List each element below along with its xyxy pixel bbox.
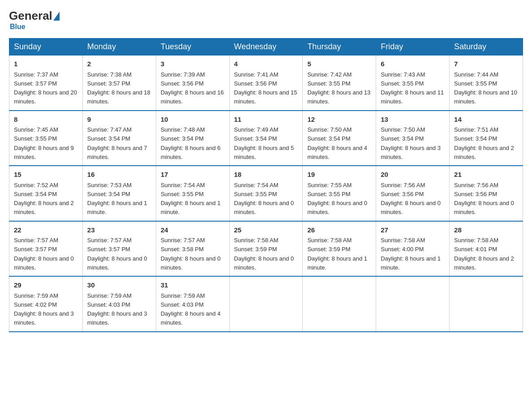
calendar-cell: 26 Sunrise: 7:58 AM Sunset: 3:59 PM Dayl… bbox=[303, 221, 376, 277]
day-sunrise: Sunrise: 7:48 AM bbox=[161, 126, 205, 133]
calendar-week-row: 22 Sunrise: 7:57 AM Sunset: 3:57 PM Dayl… bbox=[9, 221, 523, 277]
day-sunset: Sunset: 3:59 PM bbox=[307, 246, 350, 253]
day-sunrise: Sunrise: 7:49 AM bbox=[234, 126, 279, 133]
page-header: General Blue bbox=[9, 9, 523, 31]
calendar-cell bbox=[450, 276, 523, 332]
day-sunset: Sunset: 3:57 PM bbox=[14, 80, 57, 87]
day-sunrise: Sunrise: 7:37 AM bbox=[14, 71, 58, 78]
day-number: 15 bbox=[14, 170, 78, 180]
day-daylight: Daylight: 8 hours and 15 minutes. bbox=[234, 89, 297, 105]
day-daylight: Daylight: 8 hours and 3 minutes. bbox=[381, 145, 441, 160]
day-number: 1 bbox=[14, 59, 78, 69]
logo-general-text: General bbox=[9, 9, 52, 23]
day-daylight: Daylight: 8 hours and 2 minutes. bbox=[454, 255, 514, 271]
day-number: 28 bbox=[454, 225, 518, 235]
calendar-cell: 15 Sunrise: 7:52 AM Sunset: 3:54 PM Dayl… bbox=[9, 166, 83, 221]
calendar-cell: 19 Sunrise: 7:55 AM Sunset: 3:55 PM Dayl… bbox=[303, 166, 376, 221]
day-sunrise: Sunrise: 7:58 AM bbox=[234, 237, 279, 244]
calendar-week-row: 1 Sunrise: 7:37 AM Sunset: 3:57 PM Dayli… bbox=[9, 56, 523, 111]
day-daylight: Daylight: 8 hours and 6 minutes. bbox=[161, 145, 221, 160]
day-daylight: Daylight: 8 hours and 0 minutes. bbox=[307, 200, 367, 215]
day-sunrise: Sunrise: 7:58 AM bbox=[381, 237, 425, 244]
day-daylight: Daylight: 8 hours and 4 minutes. bbox=[161, 310, 221, 326]
day-sunrise: Sunrise: 7:53 AM bbox=[87, 182, 132, 188]
day-sunrise: Sunrise: 7:54 AM bbox=[234, 182, 279, 188]
calendar-cell bbox=[229, 276, 303, 332]
day-sunrise: Sunrise: 7:52 AM bbox=[14, 182, 58, 188]
day-number: 24 bbox=[161, 225, 225, 235]
day-sunrise: Sunrise: 7:43 AM bbox=[381, 71, 425, 78]
day-sunset: Sunset: 3:54 PM bbox=[161, 135, 204, 142]
day-number: 12 bbox=[307, 115, 371, 125]
day-sunset: Sunset: 4:00 PM bbox=[381, 246, 424, 253]
calendar-cell: 16 Sunrise: 7:53 AM Sunset: 3:54 PM Dayl… bbox=[82, 166, 156, 221]
day-daylight: Daylight: 8 hours and 0 minutes. bbox=[381, 200, 441, 215]
day-sunset: Sunset: 3:54 PM bbox=[381, 135, 424, 142]
day-sunset: Sunset: 3:54 PM bbox=[307, 135, 350, 142]
day-number: 18 bbox=[234, 170, 298, 180]
logo-triangle-icon bbox=[53, 12, 60, 21]
header-thursday: Thursday bbox=[303, 39, 376, 56]
day-sunset: Sunset: 3:55 PM bbox=[161, 191, 204, 197]
calendar-cell bbox=[303, 276, 376, 332]
day-sunrise: Sunrise: 7:59 AM bbox=[161, 292, 205, 299]
day-daylight: Daylight: 8 hours and 0 minutes. bbox=[14, 255, 74, 271]
calendar-cell: 31 Sunrise: 7:59 AM Sunset: 4:03 PM Dayl… bbox=[156, 276, 229, 332]
day-number: 19 bbox=[307, 170, 371, 180]
day-number: 30 bbox=[87, 280, 151, 291]
day-sunset: Sunset: 3:55 PM bbox=[307, 80, 350, 87]
header-tuesday: Tuesday bbox=[156, 39, 229, 56]
day-sunrise: Sunrise: 7:38 AM bbox=[87, 71, 132, 78]
day-number: 20 bbox=[381, 170, 445, 180]
day-daylight: Daylight: 8 hours and 5 minutes. bbox=[234, 145, 294, 160]
calendar-cell: 3 Sunrise: 7:39 AM Sunset: 3:56 PM Dayli… bbox=[156, 56, 229, 111]
day-sunrise: Sunrise: 7:50 AM bbox=[381, 126, 425, 133]
header-friday: Friday bbox=[376, 39, 450, 56]
day-daylight: Daylight: 8 hours and 1 minute. bbox=[87, 200, 147, 215]
day-sunrise: Sunrise: 7:57 AM bbox=[87, 237, 132, 244]
day-sunset: Sunset: 3:56 PM bbox=[381, 191, 424, 197]
calendar-cell: 23 Sunrise: 7:57 AM Sunset: 3:57 PM Dayl… bbox=[82, 221, 156, 277]
calendar-header-row: SundayMondayTuesdayWednesdayThursdayFrid… bbox=[9, 39, 523, 56]
day-number: 11 bbox=[234, 115, 298, 125]
day-number: 25 bbox=[234, 225, 298, 235]
header-wednesday: Wednesday bbox=[229, 39, 303, 56]
calendar-cell: 7 Sunrise: 7:44 AM Sunset: 3:55 PM Dayli… bbox=[450, 56, 523, 111]
day-number: 26 bbox=[307, 225, 371, 235]
day-daylight: Daylight: 8 hours and 1 minute. bbox=[161, 200, 221, 215]
day-daylight: Daylight: 8 hours and 9 minutes. bbox=[14, 145, 74, 160]
calendar-cell: 22 Sunrise: 7:57 AM Sunset: 3:57 PM Dayl… bbox=[9, 221, 83, 277]
day-number: 22 bbox=[14, 225, 78, 235]
day-sunset: Sunset: 3:54 PM bbox=[87, 191, 130, 197]
day-daylight: Daylight: 8 hours and 11 minutes. bbox=[381, 89, 444, 105]
calendar-cell: 27 Sunrise: 7:58 AM Sunset: 4:00 PM Dayl… bbox=[376, 221, 450, 277]
calendar-cell: 2 Sunrise: 7:38 AM Sunset: 3:57 PM Dayli… bbox=[82, 56, 156, 111]
day-number: 9 bbox=[87, 115, 151, 125]
day-daylight: Daylight: 8 hours and 0 minutes. bbox=[87, 255, 147, 271]
day-number: 7 bbox=[454, 59, 518, 69]
day-daylight: Daylight: 8 hours and 13 minutes. bbox=[307, 89, 370, 105]
calendar-week-row: 29 Sunrise: 7:59 AM Sunset: 4:02 PM Dayl… bbox=[9, 276, 523, 332]
calendar-week-row: 8 Sunrise: 7:45 AM Sunset: 3:55 PM Dayli… bbox=[9, 111, 523, 166]
day-number: 21 bbox=[454, 170, 518, 180]
day-number: 4 bbox=[234, 59, 298, 69]
calendar-cell: 11 Sunrise: 7:49 AM Sunset: 3:54 PM Dayl… bbox=[229, 111, 303, 166]
day-daylight: Daylight: 8 hours and 0 minutes. bbox=[234, 255, 294, 271]
day-sunset: Sunset: 3:57 PM bbox=[14, 246, 57, 253]
day-sunset: Sunset: 3:56 PM bbox=[161, 80, 204, 87]
day-sunrise: Sunrise: 7:50 AM bbox=[307, 126, 352, 133]
day-sunrise: Sunrise: 7:59 AM bbox=[14, 292, 58, 299]
calendar-cell bbox=[376, 276, 450, 332]
day-sunrise: Sunrise: 7:55 AM bbox=[307, 182, 352, 188]
day-number: 29 bbox=[14, 280, 78, 291]
calendar-cell: 13 Sunrise: 7:50 AM Sunset: 3:54 PM Dayl… bbox=[376, 111, 450, 166]
day-sunrise: Sunrise: 7:44 AM bbox=[454, 71, 498, 78]
day-daylight: Daylight: 8 hours and 4 minutes. bbox=[307, 145, 367, 160]
day-sunrise: Sunrise: 7:57 AM bbox=[161, 237, 205, 244]
day-number: 17 bbox=[161, 170, 225, 180]
calendar-cell: 14 Sunrise: 7:51 AM Sunset: 3:54 PM Dayl… bbox=[450, 111, 523, 166]
day-number: 23 bbox=[87, 225, 151, 235]
day-sunset: Sunset: 3:55 PM bbox=[14, 135, 57, 142]
day-sunset: Sunset: 3:57 PM bbox=[87, 246, 130, 253]
day-daylight: Daylight: 8 hours and 2 minutes. bbox=[14, 200, 74, 215]
